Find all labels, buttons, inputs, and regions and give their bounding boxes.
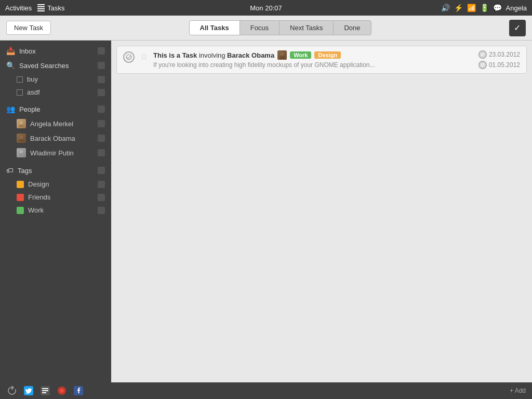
person-angela-merkel[interactable]: Angela Merkel: [0, 116, 111, 131]
svg-rect-18: [42, 390, 48, 391]
person-barack-obama[interactable]: Barack Obama: [0, 131, 111, 145]
tag-design-badge: [98, 181, 105, 188]
saved-search-buy-badge: [98, 76, 105, 83]
tag-friends-label: Friends: [28, 193, 50, 201]
barack-badge: [98, 135, 105, 142]
inbox-icon: 📥: [6, 47, 15, 55]
task-title-prefix: This is a Task involving Barack Obama: [153, 51, 274, 59]
svg-point-12: [280, 56, 285, 59]
svg-rect-1: [37, 6, 45, 7]
app-title: Tasks: [47, 4, 64, 12]
toolbar: New Task All Tasks Focus Next Tasks Done…: [0, 16, 532, 41]
sidebar-tags-header[interactable]: 🏷 Tags: [0, 163, 111, 178]
tag-design-color: [17, 181, 24, 188]
sidebar: 📥 Inbox 🔍 Saved Searches buy asdf 👥 Peop…: [0, 41, 111, 382]
inbox-badge: [98, 47, 105, 55]
task-date2-row: 01.05.2012: [478, 61, 520, 69]
person-wladimir-label: Wladimir Putin: [30, 149, 74, 157]
saved-search-asdf-checkbox[interactable]: [17, 89, 23, 96]
sidebar-saved-searches-header[interactable]: 🔍 Saved Searches: [0, 58, 111, 73]
sidebar-item-inbox[interactable]: 📥 Inbox: [0, 44, 111, 58]
saved-search-buy-label: buy: [27, 75, 38, 83]
activities-label[interactable]: Activities: [5, 4, 32, 12]
tags-badge: [98, 167, 105, 174]
tag-friends[interactable]: Friends: [0, 191, 111, 204]
topbar-center: Mon 20:07: [250, 4, 282, 12]
search-icon: 🔍: [6, 61, 15, 70]
tag-design-badge-task[interactable]: Design: [314, 51, 341, 59]
inbox-label: Inbox: [19, 47, 36, 55]
topbar-right: 🔊 ⚡ 📶 🔋 💬 Angela: [441, 4, 527, 12]
clock: Mon 20:07: [250, 4, 282, 12]
date-due-icon: [478, 61, 487, 69]
task-description: If you're looking into creating high fid…: [153, 61, 473, 69]
date-created-icon: [478, 50, 487, 59]
tags-icon: 🏷: [6, 166, 14, 175]
svg-point-9: [19, 154, 24, 156]
svg-rect-2: [37, 8, 45, 9]
refresh-icon[interactable]: [6, 385, 18, 396]
svg-point-11: [281, 52, 284, 56]
svg-point-4: [20, 121, 23, 124]
svg-rect-0: [37, 4, 45, 5]
new-task-button[interactable]: New Task: [6, 21, 51, 35]
wifi-icon: 📶: [467, 4, 476, 12]
facebook-icon[interactable]: [73, 385, 84, 396]
bottombar: + Add: [0, 382, 532, 399]
tag-work-badge: [98, 207, 105, 214]
tag-friends-color: [17, 194, 24, 201]
people-label: People: [19, 105, 40, 113]
tags-label: Tags: [18, 167, 32, 175]
task-title-line: This is a Task involving Barack Obama Wo…: [153, 50, 473, 60]
task-person-avatar: [277, 50, 287, 60]
topbar-left: Activities Tasks: [5, 4, 65, 12]
task-list: ☆ This is a Task involving Barack Obama …: [111, 41, 532, 382]
tab-all-tasks[interactable]: All Tasks: [190, 21, 240, 35]
main-area: 📥 Inbox 🔍 Saved Searches buy asdf 👥 Peop…: [0, 41, 532, 382]
saved-searches-badge: [98, 62, 105, 69]
svg-rect-17: [42, 388, 48, 389]
task-date1: 23.03.2012: [489, 51, 520, 58]
saved-search-asdf-badge: [98, 89, 105, 96]
tag-design[interactable]: Design: [0, 178, 111, 191]
topbar: Activities Tasks Mon 20:07 🔊 ⚡ 📶 🔋 💬 Ang…: [0, 0, 532, 16]
sidebar-people-header[interactable]: 👥 People: [0, 102, 111, 116]
svg-point-21: [60, 389, 64, 393]
tab-next-tasks[interactable]: Next Tasks: [280, 21, 334, 35]
tag-work[interactable]: Work: [0, 204, 111, 217]
saved-search-buy[interactable]: buy: [0, 73, 111, 86]
app-icon: Tasks: [37, 4, 64, 12]
tab-focus[interactable]: Focus: [240, 21, 280, 35]
tag-design-label: Design: [28, 180, 49, 188]
battery-icon: 🔋: [480, 4, 489, 12]
chat-icon: 💬: [493, 4, 502, 12]
person-wladimir-putin[interactable]: Wladimir Putin: [0, 145, 111, 160]
twitter-icon[interactable]: [23, 385, 34, 396]
filter-tabs: All Tasks Focus Next Tasks Done: [189, 20, 371, 35]
task-star-button[interactable]: ☆: [140, 51, 148, 62]
tomboy-icon[interactable]: [56, 385, 68, 396]
task-date1-row: 23.03.2012: [478, 50, 520, 59]
notes-icon[interactable]: [39, 385, 51, 396]
username: Angela: [506, 4, 527, 12]
tab-done[interactable]: Done: [334, 21, 370, 35]
angela-badge: [98, 120, 105, 127]
saved-search-asdf[interactable]: asdf: [0, 86, 111, 99]
svg-point-7: [19, 139, 24, 142]
tag-work-badge-task[interactable]: Work: [290, 51, 311, 59]
svg-rect-3: [37, 10, 45, 11]
confirm-button[interactable]: ✓: [509, 20, 526, 36]
avatar-barack-obama: [17, 134, 26, 143]
volume-icon: 🔊: [441, 4, 450, 12]
task-date2: 01.05.2012: [489, 61, 520, 69]
add-service-button[interactable]: + Add: [510, 387, 526, 394]
saved-search-asdf-label: asdf: [27, 88, 40, 96]
people-badge: [98, 105, 105, 113]
person-angela-label: Angela Merkel: [30, 120, 73, 128]
svg-point-6: [20, 136, 23, 139]
task-dates: 23.03.2012 01.05.2012: [478, 50, 520, 69]
person-barack-label: Barack Obama: [30, 135, 75, 142]
svg-rect-19: [42, 392, 46, 393]
saved-search-buy-checkbox[interactable]: [17, 76, 23, 83]
task-complete-button[interactable]: [123, 51, 135, 63]
